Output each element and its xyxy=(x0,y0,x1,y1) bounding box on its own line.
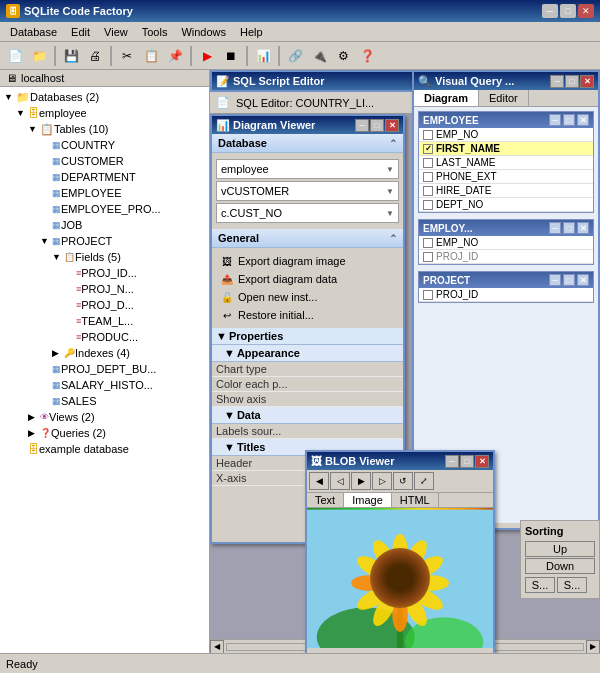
blob-play[interactable]: ▶ xyxy=(351,472,371,490)
tree-item-indexes[interactable]: ▶ 🔑 Indexes (4) xyxy=(0,345,209,361)
tree-item-job[interactable]: ▦ JOB xyxy=(0,217,209,233)
employ-ctrl-1[interactable]: ─ xyxy=(549,222,561,234)
appearance-section[interactable]: ▼ Appearance xyxy=(212,345,403,362)
export-diagram-image[interactable]: 🖼 Export diagram image xyxy=(216,252,399,270)
blob-min[interactable]: ─ xyxy=(445,455,459,468)
data-section[interactable]: ▼ Data xyxy=(212,407,403,424)
employ-ctrl-2[interactable]: □ xyxy=(563,222,575,234)
maximize-button[interactable]: □ xyxy=(560,4,576,18)
tree-item-proj-d[interactable]: ≡ PROJ_D... xyxy=(0,297,209,313)
close-button[interactable]: ✕ xyxy=(578,4,594,18)
diagram-close[interactable]: ✕ xyxy=(385,119,399,132)
employee-ctrl-1[interactable]: ─ xyxy=(549,114,561,126)
open-button[interactable]: 📁 xyxy=(28,45,50,67)
employ-emp-no-check[interactable] xyxy=(423,238,433,248)
run-button[interactable]: ▶ xyxy=(196,45,218,67)
first-name-check[interactable]: ✓ xyxy=(423,144,433,154)
scroll-right[interactable]: ▶ xyxy=(586,640,600,654)
vq-min[interactable]: ─ xyxy=(550,75,564,88)
tree-item-project[interactable]: ▼ ▦ PROJECT xyxy=(0,233,209,249)
minimize-button[interactable]: ─ xyxy=(542,4,558,18)
export-diagram-data[interactable]: 📤 Export diagram data xyxy=(216,270,399,288)
tree-item-views[interactable]: ▶ 👁 Views (2) xyxy=(0,409,209,425)
blob-tab-html[interactable]: HTML xyxy=(392,493,439,507)
tree-item-employee-pro[interactable]: ▦ EMPLOYEE_PRO... xyxy=(0,201,209,217)
save-button[interactable]: 💾 xyxy=(60,45,82,67)
sort-s1-button[interactable]: S... xyxy=(525,577,555,593)
copy-button[interactable]: 📋 xyxy=(140,45,162,67)
employee-ctrl-2[interactable]: □ xyxy=(563,114,575,126)
tree-item-example-db[interactable]: 🗄 example database xyxy=(0,441,209,457)
tree-item-databases[interactable]: ▼ 📁 Databases (2) xyxy=(0,89,209,105)
tab-editor[interactable]: Editor xyxy=(479,90,529,106)
hire-date-check[interactable] xyxy=(423,186,433,196)
employee-ctrl-3[interactable]: ✕ xyxy=(577,114,589,126)
properties-section-header[interactable]: ▼ Properties xyxy=(212,328,403,345)
tree-item-proj-id[interactable]: ≡ PROJ_ID... xyxy=(0,265,209,281)
database-section-header[interactable]: Database ⌃ xyxy=(212,134,403,153)
tree-item-salary[interactable]: ▦ SALARY_HISTO... xyxy=(0,377,209,393)
emp-no-check[interactable] xyxy=(423,130,433,140)
tree-item-team-l[interactable]: ≡ TEAM_L... xyxy=(0,313,209,329)
blob-close[interactable]: ✕ xyxy=(475,455,489,468)
tree-item-customer[interactable]: ▦ CUSTOMER xyxy=(0,153,209,169)
employ-proj-id-check[interactable] xyxy=(423,252,433,262)
diagram-max[interactable]: □ xyxy=(370,119,384,132)
project-ctrl-3[interactable]: ✕ xyxy=(577,274,589,286)
disconnect-button[interactable]: 🔌 xyxy=(308,45,330,67)
vq-close[interactable]: ✕ xyxy=(580,75,594,88)
tree-item-fields[interactable]: ▼ 📋 Fields (5) xyxy=(0,249,209,265)
phone-ext-check[interactable] xyxy=(423,172,433,182)
paste-button[interactable]: 📌 xyxy=(164,45,186,67)
dept-no-check[interactable] xyxy=(423,200,433,210)
tree-item-employee-table[interactable]: ▦ EMPLOYEE xyxy=(0,185,209,201)
field-dropdown[interactable]: c.CUST_NO ▼ xyxy=(216,203,399,223)
blob-prev[interactable]: ◁ xyxy=(330,472,350,490)
project-proj-id-check[interactable] xyxy=(423,290,433,300)
blob-tab-text[interactable]: Text xyxy=(307,493,344,507)
connect-button[interactable]: 🔗 xyxy=(284,45,306,67)
blob-max[interactable]: □ xyxy=(460,455,474,468)
settings-button[interactable]: ⚙ xyxy=(332,45,354,67)
tree-item-produc[interactable]: ≡ PRODUC... xyxy=(0,329,209,345)
menu-help[interactable]: Help xyxy=(234,25,269,39)
table-dropdown[interactable]: vCUSTOMER ▼ xyxy=(216,181,399,201)
new-button[interactable]: 📄 xyxy=(4,45,26,67)
tree-item-proj-dept[interactable]: ▦ PROJ_DEPT_BU... xyxy=(0,361,209,377)
tree-item-proj-n[interactable]: ≡ PROJ_N... xyxy=(0,281,209,297)
scroll-left[interactable]: ◀ xyxy=(210,640,224,654)
help-icon-btn[interactable]: ❓ xyxy=(356,45,378,67)
tree-item-department[interactable]: ▦ DEPARTMENT xyxy=(0,169,209,185)
blob-tab-image[interactable]: Image xyxy=(344,493,392,507)
cut-button[interactable]: ✂ xyxy=(116,45,138,67)
db-dropdown[interactable]: employee ▼ xyxy=(216,159,399,179)
tree-item-queries[interactable]: ▶ ❓ Queries (2) xyxy=(0,425,209,441)
tree-item-tables[interactable]: ▼ 📋 Tables (10) xyxy=(0,121,209,137)
menu-windows[interactable]: Windows xyxy=(175,25,232,39)
print-button[interactable]: 🖨 xyxy=(84,45,106,67)
project-ctrl-1[interactable]: ─ xyxy=(549,274,561,286)
menu-edit[interactable]: Edit xyxy=(65,25,96,39)
stop-button[interactable]: ⏹ xyxy=(220,45,242,67)
sort-up-button[interactable]: Up xyxy=(525,541,595,557)
menu-database[interactable]: Database xyxy=(4,25,63,39)
blob-first[interactable]: ◀ xyxy=(309,472,329,490)
employ-ctrl-3[interactable]: ✕ xyxy=(577,222,589,234)
blob-expand[interactable]: ⤢ xyxy=(414,472,434,490)
sort-down-button[interactable]: Down xyxy=(525,558,595,574)
vq-max[interactable]: □ xyxy=(565,75,579,88)
general-section-header[interactable]: General ⌃ xyxy=(212,229,403,248)
blob-refresh[interactable]: ↺ xyxy=(393,472,413,490)
diagram-min[interactable]: ─ xyxy=(355,119,369,132)
open-new-instance[interactable]: 🔓 Open new inst... xyxy=(216,288,399,306)
project-ctrl-2[interactable]: □ xyxy=(563,274,575,286)
tab-diagram[interactable]: Diagram xyxy=(414,90,479,106)
menu-tools[interactable]: Tools xyxy=(136,25,174,39)
blob-next[interactable]: ▷ xyxy=(372,472,392,490)
sort-s2-button[interactable]: S... xyxy=(557,577,587,593)
chart-button[interactable]: 📊 xyxy=(252,45,274,67)
menu-view[interactable]: View xyxy=(98,25,134,39)
tree-item-sales[interactable]: ▦ SALES xyxy=(0,393,209,409)
tree-item-employee-db[interactable]: ▼ 🗄 employee xyxy=(0,105,209,121)
last-name-check[interactable] xyxy=(423,158,433,168)
